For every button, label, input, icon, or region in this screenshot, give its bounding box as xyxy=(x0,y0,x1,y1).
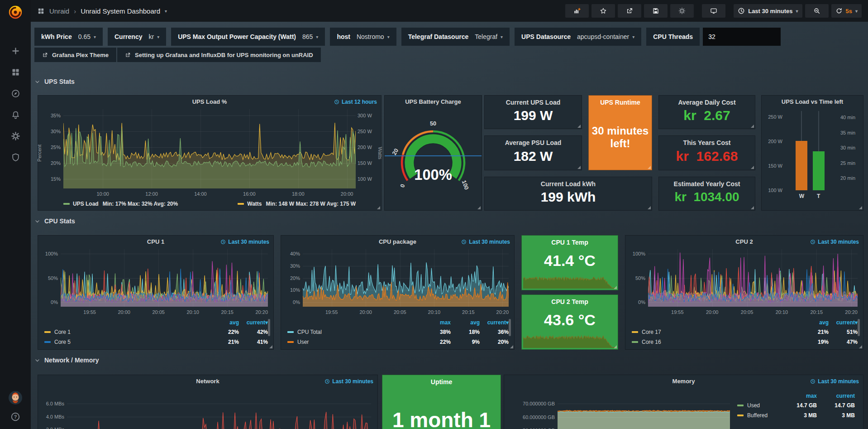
zoom-out-time-button[interactable] xyxy=(805,4,829,18)
legend-row[interactable]: Used 14.7 GB 14.7 GB xyxy=(737,400,855,410)
graph-plot-area[interactable] xyxy=(67,390,371,429)
share-dashboard-button[interactable] xyxy=(618,4,641,18)
graph-plot-area[interactable] xyxy=(558,390,730,429)
legend-sort-max[interactable]: max xyxy=(422,319,451,326)
bar-plot-area[interactable] xyxy=(784,114,839,190)
legend-series-name[interactable]: Watts xyxy=(247,201,262,207)
chevron-down-icon xyxy=(34,357,40,363)
legend-sort-current[interactable]: current xyxy=(829,319,858,326)
legend-row[interactable]: Core 17 21% 51% xyxy=(632,327,858,337)
configuration-gear-icon[interactable] xyxy=(11,131,20,141)
star-dashboard-button[interactable] xyxy=(591,4,615,18)
section-cpu-stats[interactable]: CPU Stats xyxy=(34,217,75,225)
legend-sort-max[interactable]: max xyxy=(779,393,817,399)
legend-sort-avg[interactable]: avg xyxy=(210,319,239,326)
legend-row[interactable]: Core 1 22% 42% xyxy=(44,327,268,337)
graph-plot-area[interactable] xyxy=(63,109,356,188)
variable-kwh-price[interactable]: kWh Price 0.65▾ xyxy=(34,28,103,46)
gridline xyxy=(648,254,858,254)
variable-host[interactable]: host Nostromo▾ xyxy=(330,28,396,46)
variable-value[interactable]: 865▾ xyxy=(302,33,318,40)
gauge-tick: 0 xyxy=(399,183,406,188)
bar-y-axis-right: 40 min35 min30 min25 min20 min xyxy=(840,114,861,190)
cpu-threads-input[interactable] xyxy=(703,28,781,46)
gridline xyxy=(648,302,858,303)
legend-scrollbar[interactable] xyxy=(268,319,270,336)
legend-sort-current[interactable]: current xyxy=(239,319,268,326)
legend-scrollbar[interactable] xyxy=(509,319,511,336)
panel-time-range[interactable]: Last 30 minutes xyxy=(220,239,269,245)
variable-ups-max-output[interactable]: UPS Max Output Power Capacity (Watt) 865… xyxy=(171,28,325,46)
gridline xyxy=(124,249,124,307)
user-avatar[interactable] xyxy=(8,390,23,405)
battery-gauge[interactable]: 0 20 50 100 100% xyxy=(389,111,477,195)
svg-text:?: ? xyxy=(14,414,17,419)
panel-title[interactable]: UPS Load % xyxy=(38,98,381,105)
breadcrumb-page-title[interactable]: Unraid System Dashboard xyxy=(81,7,160,15)
legend-scrollbar[interactable] xyxy=(858,319,860,336)
alerting-bell-icon[interactable] xyxy=(11,110,20,120)
axis-tick: 20:10 xyxy=(776,309,788,315)
variable-ups-datasource[interactable]: UPS Datasource apcupsd-container▾ xyxy=(515,28,641,46)
panel-time-range[interactable]: Last 30 minutes xyxy=(810,239,859,245)
section-ups-stats[interactable]: UPS Stats xyxy=(34,78,75,85)
variable-value[interactable]: Nostromo▾ xyxy=(357,33,390,40)
dashboards-icon[interactable] xyxy=(11,67,20,77)
variable-value[interactable]: apcupsd-container▾ xyxy=(577,33,634,40)
legend-row[interactable]: User 22% 9% 20% xyxy=(287,337,509,347)
axis-tick: 100 W xyxy=(358,176,376,182)
refresh-picker[interactable]: 5s ▾ xyxy=(831,4,862,18)
variable-telegraf-datasource[interactable]: Telegraf Datasource Telegraf▾ xyxy=(401,28,510,46)
server-admin-shield-icon[interactable] xyxy=(11,153,20,162)
cycle-view-mode-button[interactable] xyxy=(702,4,725,18)
legend-series-name[interactable]: UPS Load xyxy=(73,201,99,207)
legend-sort-avg[interactable]: avg xyxy=(800,319,829,326)
save-dashboard-button[interactable] xyxy=(644,4,668,18)
legend-item[interactable]: Watts Min: 148 W Max: 278 W Avg: 175 W xyxy=(238,201,356,207)
help-icon[interactable]: ? xyxy=(10,412,20,422)
section-network-memory[interactable]: Network / Memory xyxy=(34,357,99,364)
link-ups-monitoring-guide[interactable]: Setting up Grafana and InfluxDB for UPS … xyxy=(117,48,321,62)
breadcrumb-root[interactable]: Unraid xyxy=(49,7,69,15)
axis-tick: 20 min xyxy=(840,175,861,181)
legend-sort-current[interactable]: current xyxy=(817,393,855,399)
axis-tick: 15% xyxy=(44,176,61,182)
axis-tick: 0% xyxy=(629,299,645,305)
legend-row[interactable]: Core 5 21% 41% xyxy=(44,337,268,347)
dashboard-picker-icon[interactable] xyxy=(37,7,45,15)
graph-plot-area[interactable] xyxy=(303,249,509,307)
refresh-interval-label: 5s xyxy=(846,8,852,14)
link-grafana-plex-theme[interactable]: Grafana Plex Theme xyxy=(34,48,116,62)
time-range-picker[interactable]: Last 30 minutes ▾ xyxy=(734,4,802,18)
legend-sort-avg[interactable]: avg xyxy=(451,319,480,326)
graph-plot-area[interactable] xyxy=(61,249,268,307)
breadcrumb-caret-icon[interactable]: ▾ xyxy=(165,9,167,14)
graph-plot-area[interactable] xyxy=(648,249,858,307)
add-icon[interactable] xyxy=(11,46,20,56)
variable-value[interactable]: Telegraf▾ xyxy=(475,33,503,40)
variable-value[interactable]: kr▾ xyxy=(148,33,159,40)
panel-time-range[interactable]: Last 12 hours xyxy=(334,99,377,105)
legend-row[interactable]: Core 16 19% 47% xyxy=(632,337,858,347)
stat-title[interactable]: Uptime xyxy=(382,378,501,386)
variable-currency[interactable]: Currency kr▾ xyxy=(108,28,166,46)
clock-icon xyxy=(738,7,745,14)
legend-row[interactable]: CPU Total 38% 18% 36% xyxy=(287,327,509,337)
panel-title[interactable]: UPS Battery Charge xyxy=(385,98,482,105)
stat-value: kr 1034.00 xyxy=(659,177,755,210)
legend-item[interactable]: UPS Load Min: 17% Max: 32% Avg: 20% xyxy=(63,201,178,207)
panel-time-range[interactable]: Last 30 minutes xyxy=(810,378,859,385)
panel-time-range[interactable]: Last 30 minutes xyxy=(461,239,510,245)
legend-sort-current[interactable]: current xyxy=(480,319,509,326)
legend-row[interactable]: Buffered 3 MB 3 MB xyxy=(737,410,855,420)
axis-tick: 100 W xyxy=(764,188,782,193)
panel-title[interactable]: Memory xyxy=(504,378,863,385)
add-panel-button[interactable] xyxy=(565,4,589,18)
explore-icon[interactable] xyxy=(11,89,20,98)
variable-value[interactable]: 0.65▾ xyxy=(78,33,96,40)
axis-tick: 300 W xyxy=(358,113,376,118)
dashboard-settings-button[interactable] xyxy=(670,4,694,18)
grafana-logo-icon[interactable] xyxy=(7,4,24,21)
panel-time-range[interactable]: Last 30 minutes xyxy=(324,378,373,385)
panel-title[interactable]: UPS Load vs Time left xyxy=(762,98,863,105)
